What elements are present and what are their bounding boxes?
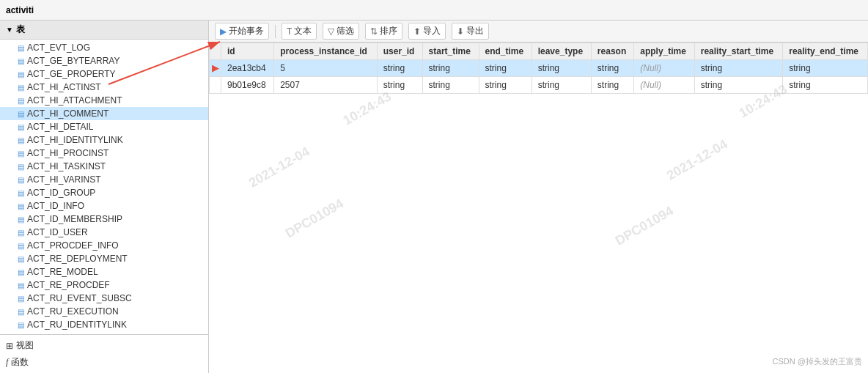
sidebar-item-act_evt_log[interactable]: ▤ACT_EVT_LOG — [0, 41, 208, 54]
sidebar-item-label: ACT_HI_IDENTITYLINK — [27, 135, 123, 145]
sidebar-item-act_re_deployment[interactable]: ▤ACT_RE_DEPLOYMENT — [0, 252, 208, 265]
sidebar-item-act_procdef_info[interactable]: ▤ACT_PROCDEF_INFO — [0, 239, 208, 252]
cell-reality_start_time: string — [694, 60, 783, 77]
export-button[interactable]: ⬇ 导出 — [452, 23, 489, 40]
table-icon: ▤ — [18, 295, 24, 303]
transaction-label: 开始事务 — [229, 25, 264, 37]
import-button[interactable]: ⬆ 导入 — [408, 23, 446, 40]
sidebar-item-act_hi_procinst[interactable]: ▤ACT_HI_PROCINST — [0, 147, 208, 160]
sidebar-item-label: ACT_RU_IDENTITYLINK — [27, 320, 127, 330]
sidebar-item-label: ACT_GE_PROPERTY — [27, 69, 115, 79]
cell-process_instance_id: 2507 — [274, 77, 378, 94]
table-icon: ▤ — [18, 255, 24, 263]
filter-icon: ▽ — [328, 26, 334, 37]
col-process-instance-id[interactable]: process_instance_id — [274, 43, 378, 60]
sidebar-item-act_re_procdef[interactable]: ▤ACT_RE_PROCDEF — [0, 278, 208, 292]
cell-reality_start_time: string — [694, 77, 783, 94]
app-title: activiti — [6, 5, 34, 15]
table-body: ▶2ea13cb45stringstringstringstringstring… — [210, 60, 868, 94]
content-area: ▶ 开始事务 T 文本 ▽ 筛选 ⇅ 排序 ⬆ 导入 ⬇ 导出 — [209, 21, 868, 373]
sidebar-item-act_re_model[interactable]: ▤ACT_RE_MODEL — [0, 265, 208, 278]
sidebar-footer-views[interactable]: ⊞ 视图 — [6, 338, 202, 353]
cell-leave_type: string — [532, 60, 591, 77]
col-id[interactable]: id — [221, 43, 274, 60]
sidebar-item-act_ru_execution[interactable]: ▤ACT_RU_EXECUTION — [0, 305, 208, 318]
col-reality-start-time[interactable]: reality_start_time — [694, 43, 783, 60]
sort-label: 排序 — [380, 25, 397, 37]
cell-reason: string — [591, 60, 633, 77]
sidebar-item-label: ACT_ID_INFO — [27, 201, 84, 211]
sidebar-item-act_hi_taskinst[interactable]: ▤ACT_HI_TASKINST — [0, 160, 208, 173]
sidebar-item-act_hi_attachment[interactable]: ▤ACT_HI_ATTACHMENT — [0, 94, 208, 107]
sidebar-item-label: ACT_HI_TASKINST — [27, 161, 106, 171]
import-label: 导入 — [423, 25, 441, 37]
functions-label: 函数 — [11, 356, 29, 369]
filter-button[interactable]: ▽ 筛选 — [323, 23, 359, 40]
table-icon: ▤ — [18, 281, 24, 289]
table-row[interactable]: ▶2ea13cb45stringstringstringstringstring… — [210, 60, 868, 77]
text-icon: T — [287, 26, 292, 37]
table-icon: ▤ — [18, 189, 24, 197]
sidebar-item-act_hi_comment[interactable]: ▤ACT_HI_COMMENT — [0, 107, 208, 120]
table-icon: ▤ — [18, 70, 24, 78]
table-row[interactable]: 9b01e9c82507stringstringstringstringstri… — [210, 77, 868, 94]
sidebar-item-act_ge_property[interactable]: ▤ACT_GE_PROPERTY — [0, 67, 208, 81]
col-reason[interactable]: reason — [591, 43, 633, 60]
transaction-icon: ▶ — [220, 26, 227, 37]
text-label: 文本 — [294, 25, 312, 37]
sidebar-item-act_hi_varinst[interactable]: ▤ACT_HI_VARINST — [0, 173, 208, 186]
sidebar-item-act_id_membership[interactable]: ▤ACT_ID_MEMBERSHIP — [0, 213, 208, 226]
sidebar-item-label: ACT_RE_DEPLOYMENT — [27, 254, 128, 264]
row-indicator — [210, 77, 221, 94]
expand-icon: ▼ — [6, 26, 13, 34]
transaction-button[interactable]: ▶ 开始事务 — [215, 23, 269, 40]
col-user-id[interactable]: user_id — [377, 43, 422, 60]
row-indicator: ▶ — [210, 60, 221, 77]
sidebar-item-act_ge_bytearray[interactable]: ▤ACT_GE_BYTEARRAY — [0, 54, 208, 67]
col-leave-type[interactable]: leave_type — [532, 43, 591, 60]
top-bar: activiti — [0, 0, 868, 21]
sidebar-item-act_ru_identitylink[interactable]: ▤ACT_RU_IDENTITYLINK — [0, 318, 208, 331]
text-button[interactable]: T 文本 — [282, 23, 317, 40]
view-icon: ⊞ — [6, 341, 13, 351]
cell-reality_end_time: string — [783, 60, 868, 77]
table-icon: ▤ — [18, 176, 24, 184]
sidebar-item-label: ACT_ID_USER — [27, 227, 88, 237]
watermark-dpc-2: DPC01094 — [613, 203, 677, 248]
sidebar-item-label: ACT_RU_EXECUTION — [27, 306, 119, 317]
cell-apply_time: (Null) — [634, 77, 695, 94]
sidebar-item-act_id_group[interactable]: ▤ACT_ID_GROUP — [0, 186, 208, 199]
sidebar-item-act_id_user[interactable]: ▤ACT_ID_USER — [0, 226, 208, 239]
table-icon: ▤ — [18, 123, 24, 131]
table-icon: ▤ — [18, 84, 24, 92]
sidebar-item-label: ACT_ID_MEMBERSHIP — [27, 214, 122, 224]
col-reality-end-time[interactable]: reality_end_time — [783, 43, 868, 60]
col-indicator — [210, 43, 221, 60]
table-icon: ▤ — [18, 308, 24, 316]
cell-user_id: string — [377, 60, 422, 77]
sidebar-item-label: ACT_EVT_LOG — [27, 43, 90, 53]
col-apply-time[interactable]: apply_time — [634, 43, 695, 60]
col-end-time[interactable]: end_time — [479, 43, 532, 60]
cell-reality_end_time: string — [783, 77, 868, 94]
sidebar-item-act_hi_identitylink[interactable]: ▤ACT_HI_IDENTITYLINK — [0, 133, 208, 147]
sidebar-item-act_hi_actinst[interactable]: ▤ACT_HI_ACTINST — [0, 81, 208, 94]
table-icon: ▤ — [18, 268, 24, 276]
cell-id: 2ea13cb4 — [221, 60, 274, 77]
sort-button[interactable]: ⇅ 排序 — [365, 23, 402, 40]
table-icon: ▤ — [18, 229, 24, 237]
sidebar: ▼ 表 ▤ACT_EVT_LOG▤ACT_GE_BYTEARRAY▤ACT_GE… — [0, 21, 209, 373]
sidebar-footer-functions[interactable]: f 函数 — [6, 355, 202, 370]
table-icon: ▤ — [18, 163, 24, 171]
col-start-time[interactable]: start_time — [422, 43, 479, 60]
sidebar-item-label: ACT_ID_GROUP — [27, 188, 95, 198]
views-label: 视图 — [16, 339, 34, 352]
sidebar-item-act_hi_detail[interactable]: ▤ACT_HI_DETAIL — [0, 120, 208, 133]
toolbar: ▶ 开始事务 T 文本 ▽ 筛选 ⇅ 排序 ⬆ 导入 ⬇ 导出 — [209, 21, 868, 43]
table-icon: ▤ — [18, 149, 24, 158]
sidebar-item-label: ACT_GE_BYTEARRAY — [27, 56, 119, 66]
sidebar-item-act_id_info[interactable]: ▤ACT_ID_INFO — [0, 199, 208, 213]
export-icon: ⬇ — [457, 26, 464, 37]
sidebar-item-act_ru_event_subsc[interactable]: ▤ACT_RU_EVENT_SUBSC — [0, 292, 208, 305]
import-icon: ⬆ — [413, 26, 421, 37]
